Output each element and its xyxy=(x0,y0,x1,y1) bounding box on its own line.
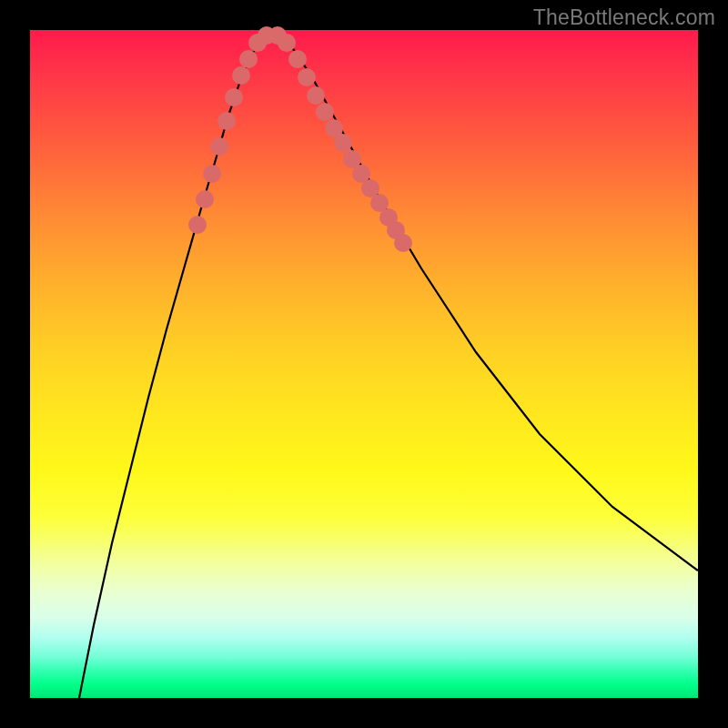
highlight-dot xyxy=(203,165,221,183)
bottleneck-curve xyxy=(79,34,698,698)
chart-svg xyxy=(30,30,698,698)
highlight-dot xyxy=(288,50,307,68)
highlight-dot xyxy=(239,50,258,68)
highlight-dot xyxy=(307,86,325,105)
highlight-dot xyxy=(232,66,250,85)
highlight-dot xyxy=(217,112,236,130)
highlight-markers xyxy=(188,26,412,252)
highlight-dot xyxy=(188,216,207,234)
highlight-dot xyxy=(334,134,352,152)
watermark-text: TheBottleneck.com xyxy=(533,5,715,30)
highlight-dot xyxy=(196,190,214,208)
highlight-dot xyxy=(278,34,296,52)
highlight-dot xyxy=(394,234,412,252)
highlight-dot xyxy=(210,137,228,156)
highlight-dot xyxy=(316,103,334,121)
highlight-dot xyxy=(225,88,243,106)
highlight-dot xyxy=(298,68,316,86)
